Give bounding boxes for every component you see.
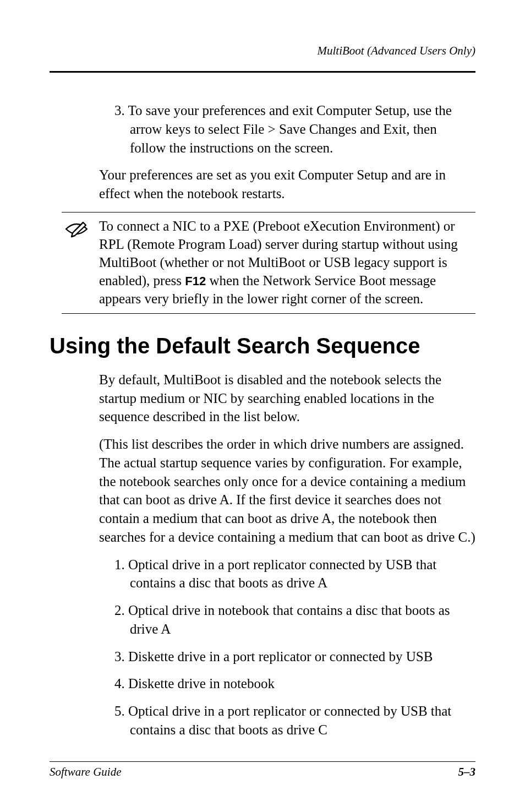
para-after-steps: Your preferences are set as you exit Com… xyxy=(99,166,475,203)
section-title: Using the Default Search Sequence xyxy=(50,334,475,358)
list-item: 5. Optical drive in a port replicator or… xyxy=(114,702,475,739)
list-item: 2. Optical drive in notebook that contai… xyxy=(114,601,475,639)
note-key: F12 xyxy=(185,274,206,288)
list-text: Diskette drive in notebook xyxy=(125,676,275,691)
list-num: 5. xyxy=(114,704,125,718)
list-text: Optical drive in notebook that contains … xyxy=(125,603,450,636)
pencil-note-icon xyxy=(62,216,91,244)
list-num: 3. xyxy=(114,649,125,664)
note-block: To connect a NIC to a PXE (Preboot eXecu… xyxy=(62,212,475,314)
list-text: Optical drive in a port replicator conne… xyxy=(125,557,437,591)
footer-right: 5–3 xyxy=(458,765,476,779)
header-rule xyxy=(50,71,475,73)
step-3-num: 3. xyxy=(114,103,125,118)
step-3-text: To save your preferences and exit Comput… xyxy=(125,103,452,155)
list-text: Optical drive in a port replicator or co… xyxy=(125,704,452,737)
footer-rule xyxy=(50,761,475,762)
list-item: 1. Optical drive in a port replicator co… xyxy=(114,555,475,593)
list-num: 2. xyxy=(114,603,125,618)
para-paren: (This list describes the order in which … xyxy=(99,435,475,547)
running-header: MultiBoot (Advanced Users Only) xyxy=(50,44,475,58)
list-num: 1. xyxy=(114,557,125,572)
page-footer: Software Guide 5–3 xyxy=(50,761,475,779)
list-num: 4. xyxy=(114,676,125,691)
footer-left: Software Guide xyxy=(50,765,121,779)
para-intro: By default, MultiBoot is disabled and th… xyxy=(99,370,475,426)
list-item: 3. Diskette drive in a port replicator o… xyxy=(114,647,475,666)
list-text: Diskette drive in a port replicator or c… xyxy=(125,649,433,664)
note-text: To connect a NIC to a PXE (Preboot eXecu… xyxy=(99,217,475,308)
step-3: 3. To save your preferences and exit Com… xyxy=(114,101,475,157)
list-item: 4. Diskette drive in notebook xyxy=(114,674,475,693)
